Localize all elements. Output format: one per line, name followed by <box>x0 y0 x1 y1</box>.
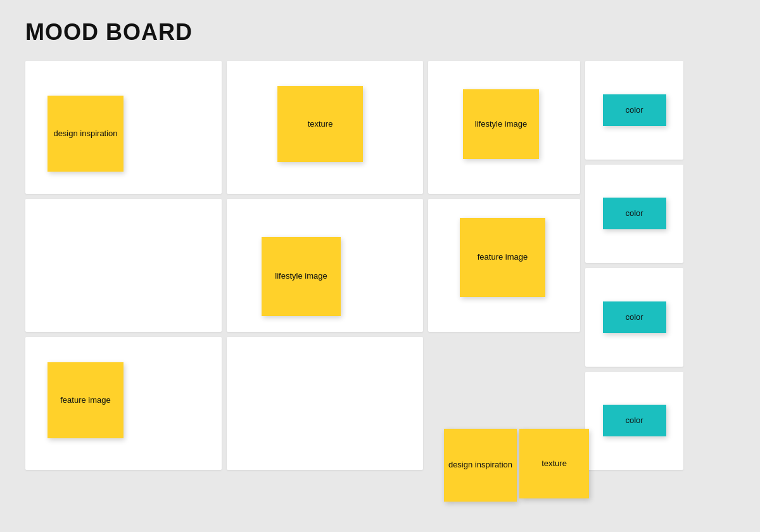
sticky-lifestyle-image-2: lifestyle image <box>262 237 341 316</box>
sticky-design-inspiration-2: design inspiration <box>444 429 517 502</box>
cell-lifestyle-image-2: lifestyle image <box>227 199 423 332</box>
cell-design-inspiration: design inspiration <box>25 61 222 194</box>
mood-board: design inspiration texture lifestyle ima… <box>25 61 735 470</box>
sticky-feature-image-1: feature image <box>460 218 545 297</box>
cell-empty-1 <box>25 199 222 332</box>
cell-lifestyle-image-1: lifestyle image <box>428 61 580 194</box>
color-swatch-2: color <box>585 165 683 263</box>
color-swatch-teal-2: color <box>603 198 666 229</box>
color-swatch-teal-1: color <box>603 94 666 126</box>
color-swatch-4: color <box>585 372 683 471</box>
cell-empty-2 <box>227 337 423 470</box>
color-swatch-1: color <box>585 61 683 160</box>
sticky-texture-2: texture <box>519 429 589 498</box>
cell-texture-1: texture <box>227 61 423 194</box>
page-title: MOOD BOARD <box>25 19 735 46</box>
color-swatches-column: color color color color <box>585 61 683 470</box>
color-swatch-teal-4: color <box>603 405 666 436</box>
cell-feature-image-1: feature image <box>428 199 580 332</box>
color-swatch-3: color <box>585 268 683 367</box>
color-swatch-teal-3: color <box>603 301 666 333</box>
sticky-design-inspiration: design inspiration <box>48 96 124 172</box>
sticky-feature-image-2: feature image <box>48 362 124 438</box>
sticky-lifestyle-image-1: lifestyle image <box>463 89 539 159</box>
cell-feature-image-2: feature image <box>25 337 222 470</box>
cell-bottom-right: design inspiration texture <box>428 337 580 470</box>
page: MOOD BOARD design inspiration texture li… <box>0 0 760 489</box>
sticky-texture-1: texture <box>277 86 363 162</box>
